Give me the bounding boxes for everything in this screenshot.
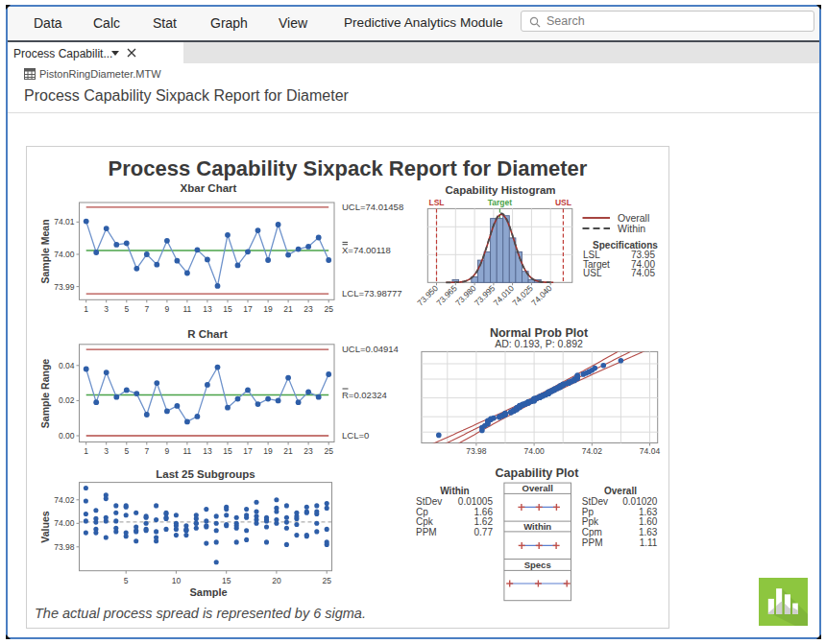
svg-text:74.05: 74.05 <box>631 268 655 278</box>
svg-text:74.01: 74.01 <box>54 217 75 227</box>
svg-text:74.04: 74.04 <box>640 446 661 456</box>
svg-text:3: 3 <box>104 304 109 314</box>
svg-text:R=0.02324: R=0.02324 <box>342 390 387 400</box>
svg-text:Capability Plot: Capability Plot <box>496 466 580 480</box>
svg-text:USL: USL <box>555 198 571 207</box>
svg-text:74.02: 74.02 <box>54 495 75 505</box>
svg-text:Overall: Overall <box>604 486 637 496</box>
svg-text:0.01005: 0.01005 <box>458 496 494 507</box>
svg-text:19: 19 <box>263 304 273 314</box>
svg-text:19: 19 <box>263 446 273 456</box>
svg-text:73.99: 73.99 <box>54 282 75 292</box>
svg-text:20: 20 <box>272 576 281 585</box>
svg-text:Sample: Sample <box>189 586 227 598</box>
svg-text:PPM: PPM <box>582 537 603 548</box>
svg-text:Capability Histogram: Capability Histogram <box>445 184 555 196</box>
svg-text:Last 25 Subgroups: Last 25 Subgroups <box>156 468 255 480</box>
svg-text:Overall: Overall <box>522 483 553 493</box>
svg-text:0.77: 0.77 <box>474 527 494 537</box>
svg-text:Ppk: Ppk <box>582 516 599 527</box>
svg-text:LCL=73.98777: LCL=73.98777 <box>342 288 402 298</box>
svg-text:USL: USL <box>583 268 602 278</box>
svg-text:Sample Range: Sample Range <box>39 359 51 429</box>
svg-text:1.60: 1.60 <box>639 516 658 527</box>
svg-text:UCL=0.04914: UCL=0.04914 <box>342 344 399 354</box>
svg-text:PPM: PPM <box>416 527 437 537</box>
svg-text:1.62: 1.62 <box>474 516 494 527</box>
svg-text:15: 15 <box>223 304 232 314</box>
svg-text:Sample Mean: Sample Mean <box>39 219 51 283</box>
svg-text:17: 17 <box>243 446 253 456</box>
svg-text:0.01020: 0.01020 <box>622 496 658 507</box>
svg-text:Xbar Chart: Xbar Chart <box>181 182 237 194</box>
svg-text:74.00: 74.00 <box>54 250 75 259</box>
svg-text:Target: Target <box>488 198 513 207</box>
svg-text:1.63: 1.63 <box>639 507 658 517</box>
svg-text:0.04: 0.04 <box>59 361 75 370</box>
svg-text:Pp: Pp <box>582 507 595 517</box>
svg-text:Specs: Specs <box>524 560 551 570</box>
svg-text:21: 21 <box>283 446 293 456</box>
svg-text:LCL=0: LCL=0 <box>342 430 369 441</box>
svg-text:15: 15 <box>223 446 232 456</box>
svg-text:1.66: 1.66 <box>474 507 494 517</box>
svg-text:25: 25 <box>324 446 333 456</box>
svg-text:3: 3 <box>104 446 109 456</box>
svg-text:73.98: 73.98 <box>466 446 487 456</box>
svg-text:5: 5 <box>124 576 129 585</box>
svg-text:Within: Within <box>440 486 469 496</box>
svg-text:5: 5 <box>124 304 129 314</box>
svg-text:UCL=74.01458: UCL=74.01458 <box>342 202 403 212</box>
svg-text:7: 7 <box>144 446 149 456</box>
svg-text:13: 13 <box>203 446 212 456</box>
svg-text:Cpm: Cpm <box>582 527 602 537</box>
svg-text:15: 15 <box>222 576 231 585</box>
svg-text:73.98: 73.98 <box>54 542 75 552</box>
svg-text:Specifications: Specifications <box>593 240 658 250</box>
svg-text:13: 13 <box>203 304 212 314</box>
svg-text:5: 5 <box>124 446 129 456</box>
svg-text:23: 23 <box>304 304 313 314</box>
svg-text:AD: 0.193, P: 0.892: AD: 0.193, P: 0.892 <box>495 338 583 349</box>
svg-text:74.00: 74.00 <box>54 518 75 528</box>
svg-text:11: 11 <box>182 304 191 314</box>
svg-text:17: 17 <box>243 304 253 314</box>
svg-text:0.02: 0.02 <box>59 395 75 405</box>
svg-text:9: 9 <box>165 446 170 456</box>
svg-text:Within: Within <box>618 223 645 234</box>
svg-text:StDev: StDev <box>582 496 608 507</box>
svg-text:25: 25 <box>322 576 331 585</box>
svg-text:Cpk: Cpk <box>416 516 434 527</box>
svg-text:23: 23 <box>304 446 313 456</box>
svg-text:1: 1 <box>84 446 88 456</box>
svg-text:1: 1 <box>84 304 88 314</box>
svg-text:11: 11 <box>182 446 191 456</box>
svg-text:R Chart: R Chart <box>187 328 228 340</box>
svg-text:StDev: StDev <box>416 496 442 507</box>
svg-text:25: 25 <box>324 304 333 314</box>
svg-text:X=74.00118: X=74.00118 <box>342 245 391 255</box>
svg-text:Cp: Cp <box>416 507 428 517</box>
svg-text:74.040: 74.040 <box>529 283 554 308</box>
svg-text:1.63: 1.63 <box>639 527 658 537</box>
svg-text:74.02: 74.02 <box>582 446 603 456</box>
svg-text:74.00: 74.00 <box>523 446 545 456</box>
svg-text:10: 10 <box>172 576 182 585</box>
svg-text:0.00: 0.00 <box>59 431 75 441</box>
svg-text:LSL: LSL <box>428 198 444 207</box>
svg-text:Within: Within <box>523 521 551 532</box>
svg-text:Values: Values <box>39 511 51 542</box>
svg-text:7: 7 <box>144 304 149 314</box>
svg-text:21: 21 <box>283 304 293 314</box>
svg-text:9: 9 <box>165 304 170 314</box>
svg-text:1.11: 1.11 <box>640 537 658 548</box>
